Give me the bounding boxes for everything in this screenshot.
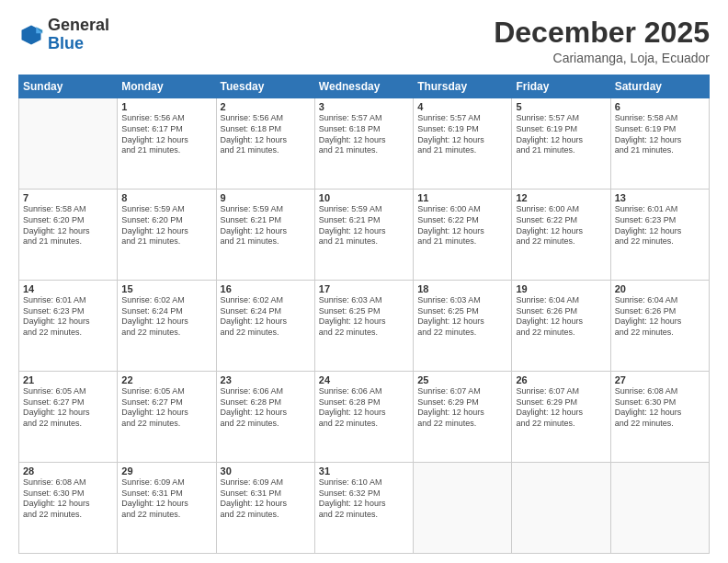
header: General Blue December 2025 Cariamanga, L… bbox=[18, 17, 710, 65]
day-info: Sunrise: 6:08 AM Sunset: 6:30 PM Dayligh… bbox=[615, 386, 705, 430]
day-number: 21 bbox=[23, 374, 113, 385]
day-info: Sunrise: 6:01 AM Sunset: 6:23 PM Dayligh… bbox=[615, 204, 705, 247]
calendar-cell: 18Sunrise: 6:03 AM Sunset: 6:25 PM Dayli… bbox=[414, 281, 512, 372]
calendar-cell: 3Sunrise: 5:57 AM Sunset: 6:18 PM Daylig… bbox=[314, 98, 413, 190]
calendar-cell bbox=[610, 463, 709, 554]
day-header-saturday: Saturday bbox=[610, 75, 709, 98]
day-info: Sunrise: 6:02 AM Sunset: 6:24 PM Dayligh… bbox=[221, 295, 311, 339]
day-number: 27 bbox=[615, 374, 705, 385]
calendar-cell: 4Sunrise: 5:57 AM Sunset: 6:19 PM Daylig… bbox=[414, 98, 512, 190]
calendar-cell: 13Sunrise: 6:01 AM Sunset: 6:23 PM Dayli… bbox=[610, 190, 709, 281]
week-row-2: 7Sunrise: 5:58 AM Sunset: 6:20 PM Daylig… bbox=[19, 190, 710, 281]
day-number: 2 bbox=[221, 101, 311, 112]
day-number: 26 bbox=[516, 374, 606, 385]
day-info: Sunrise: 5:58 AM Sunset: 6:19 PM Dayligh… bbox=[615, 113, 705, 156]
calendar-cell: 15Sunrise: 6:02 AM Sunset: 6:24 PM Dayli… bbox=[118, 281, 216, 372]
day-info: Sunrise: 5:59 AM Sunset: 6:20 PM Dayligh… bbox=[121, 204, 211, 247]
month-title: December 2025 bbox=[494, 17, 710, 49]
day-info: Sunrise: 6:01 AM Sunset: 6:23 PM Dayligh… bbox=[23, 295, 113, 339]
day-info: Sunrise: 6:06 AM Sunset: 6:28 PM Dayligh… bbox=[319, 386, 409, 430]
day-number: 5 bbox=[516, 101, 606, 112]
calendar-page: General Blue December 2025 Cariamanga, L… bbox=[0, 0, 728, 563]
day-header-friday: Friday bbox=[512, 75, 610, 98]
day-header-tuesday: Tuesday bbox=[216, 75, 314, 98]
day-info: Sunrise: 6:10 AM Sunset: 6:32 PM Dayligh… bbox=[319, 477, 409, 521]
day-number: 31 bbox=[319, 465, 409, 477]
calendar-cell: 24Sunrise: 6:06 AM Sunset: 6:28 PM Dayli… bbox=[314, 372, 413, 463]
day-number: 6 bbox=[615, 101, 705, 112]
day-header-thursday: Thursday bbox=[414, 75, 512, 98]
day-number: 16 bbox=[221, 283, 311, 294]
day-info: Sunrise: 5:57 AM Sunset: 6:18 PM Dayligh… bbox=[319, 113, 409, 156]
day-info: Sunrise: 6:04 AM Sunset: 6:26 PM Dayligh… bbox=[516, 295, 606, 339]
day-info: Sunrise: 6:09 AM Sunset: 6:31 PM Dayligh… bbox=[121, 477, 211, 521]
day-info: Sunrise: 6:06 AM Sunset: 6:28 PM Dayligh… bbox=[221, 386, 311, 430]
day-number: 15 bbox=[121, 283, 211, 294]
day-info: Sunrise: 5:56 AM Sunset: 6:17 PM Dayligh… bbox=[121, 113, 211, 156]
calendar-cell: 5Sunrise: 5:57 AM Sunset: 6:19 PM Daylig… bbox=[512, 98, 610, 190]
day-number: 25 bbox=[417, 374, 507, 385]
calendar-cell: 8Sunrise: 5:59 AM Sunset: 6:20 PM Daylig… bbox=[118, 190, 216, 281]
calendar-cell: 23Sunrise: 6:06 AM Sunset: 6:28 PM Dayli… bbox=[216, 372, 314, 463]
day-info: Sunrise: 6:08 AM Sunset: 6:30 PM Dayligh… bbox=[23, 477, 113, 521]
day-header-sunday: Sunday bbox=[19, 75, 118, 98]
day-info: Sunrise: 6:07 AM Sunset: 6:29 PM Dayligh… bbox=[516, 386, 606, 430]
calendar-cell: 31Sunrise: 6:10 AM Sunset: 6:32 PM Dayli… bbox=[314, 463, 413, 554]
calendar-cell: 14Sunrise: 6:01 AM Sunset: 6:23 PM Dayli… bbox=[19, 281, 118, 372]
logo-text: General Blue bbox=[48, 17, 109, 53]
week-row-4: 21Sunrise: 6:05 AM Sunset: 6:27 PM Dayli… bbox=[19, 372, 710, 463]
calendar-cell: 27Sunrise: 6:08 AM Sunset: 6:30 PM Dayli… bbox=[610, 372, 709, 463]
day-number: 28 bbox=[23, 465, 113, 477]
calendar-cell: 20Sunrise: 6:04 AM Sunset: 6:26 PM Dayli… bbox=[610, 281, 709, 372]
day-header-wednesday: Wednesday bbox=[314, 75, 413, 98]
calendar-cell: 17Sunrise: 6:03 AM Sunset: 6:25 PM Dayli… bbox=[314, 281, 413, 372]
calendar-cell bbox=[414, 463, 512, 554]
day-info: Sunrise: 6:02 AM Sunset: 6:24 PM Dayligh… bbox=[121, 295, 211, 339]
calendar-cell: 21Sunrise: 6:05 AM Sunset: 6:27 PM Dayli… bbox=[19, 372, 118, 463]
day-info: Sunrise: 6:03 AM Sunset: 6:25 PM Dayligh… bbox=[417, 295, 507, 339]
day-info: Sunrise: 5:57 AM Sunset: 6:19 PM Dayligh… bbox=[516, 113, 606, 156]
day-number: 29 bbox=[121, 465, 211, 477]
day-info: Sunrise: 6:05 AM Sunset: 6:27 PM Dayligh… bbox=[23, 386, 113, 430]
calendar-cell: 6Sunrise: 5:58 AM Sunset: 6:19 PM Daylig… bbox=[610, 98, 709, 190]
calendar-cell bbox=[512, 463, 610, 554]
calendar-cell: 7Sunrise: 5:58 AM Sunset: 6:20 PM Daylig… bbox=[19, 190, 118, 281]
day-info: Sunrise: 5:57 AM Sunset: 6:19 PM Dayligh… bbox=[417, 113, 507, 156]
logo: General Blue bbox=[18, 17, 109, 53]
day-number: 22 bbox=[121, 374, 211, 385]
location: Cariamanga, Loja, Ecuador bbox=[494, 51, 710, 65]
week-row-3: 14Sunrise: 6:01 AM Sunset: 6:23 PM Dayli… bbox=[19, 281, 710, 372]
day-number: 10 bbox=[319, 192, 409, 203]
day-info: Sunrise: 5:59 AM Sunset: 6:21 PM Dayligh… bbox=[319, 204, 409, 247]
day-info: Sunrise: 6:09 AM Sunset: 6:31 PM Dayligh… bbox=[221, 477, 311, 521]
day-number: 12 bbox=[516, 192, 606, 203]
calendar-cell: 11Sunrise: 6:00 AM Sunset: 6:22 PM Dayli… bbox=[414, 190, 512, 281]
calendar-cell: 9Sunrise: 5:59 AM Sunset: 6:21 PM Daylig… bbox=[216, 190, 314, 281]
day-number: 7 bbox=[23, 192, 113, 203]
day-info: Sunrise: 6:03 AM Sunset: 6:25 PM Dayligh… bbox=[319, 295, 409, 339]
calendar-cell: 12Sunrise: 6:00 AM Sunset: 6:22 PM Dayli… bbox=[512, 190, 610, 281]
day-number: 4 bbox=[417, 101, 507, 112]
day-number: 9 bbox=[221, 192, 311, 203]
calendar-cell: 16Sunrise: 6:02 AM Sunset: 6:24 PM Dayli… bbox=[216, 281, 314, 372]
day-number: 24 bbox=[319, 374, 409, 385]
title-block: December 2025 Cariamanga, Loja, Ecuador bbox=[494, 17, 710, 65]
day-number: 20 bbox=[615, 283, 705, 294]
day-number: 30 bbox=[221, 465, 311, 477]
day-info: Sunrise: 6:00 AM Sunset: 6:22 PM Dayligh… bbox=[417, 204, 507, 247]
day-info: Sunrise: 5:58 AM Sunset: 6:20 PM Dayligh… bbox=[23, 204, 113, 247]
day-info: Sunrise: 5:56 AM Sunset: 6:18 PM Dayligh… bbox=[221, 113, 311, 156]
logo-icon bbox=[18, 22, 44, 48]
calendar-cell: 26Sunrise: 6:07 AM Sunset: 6:29 PM Dayli… bbox=[512, 372, 610, 463]
calendar-cell: 10Sunrise: 5:59 AM Sunset: 6:21 PM Dayli… bbox=[314, 190, 413, 281]
calendar-cell: 29Sunrise: 6:09 AM Sunset: 6:31 PM Dayli… bbox=[118, 463, 216, 554]
day-number: 8 bbox=[121, 192, 211, 203]
day-number: 1 bbox=[121, 101, 211, 112]
day-info: Sunrise: 5:59 AM Sunset: 6:21 PM Dayligh… bbox=[221, 204, 311, 247]
calendar-cell: 25Sunrise: 6:07 AM Sunset: 6:29 PM Dayli… bbox=[414, 372, 512, 463]
day-info: Sunrise: 6:04 AM Sunset: 6:26 PM Dayligh… bbox=[615, 295, 705, 339]
day-info: Sunrise: 6:05 AM Sunset: 6:27 PM Dayligh… bbox=[121, 386, 211, 430]
calendar-cell: 2Sunrise: 5:56 AM Sunset: 6:18 PM Daylig… bbox=[216, 98, 314, 190]
calendar-cell: 28Sunrise: 6:08 AM Sunset: 6:30 PM Dayli… bbox=[19, 463, 118, 554]
day-info: Sunrise: 6:00 AM Sunset: 6:22 PM Dayligh… bbox=[516, 204, 606, 247]
